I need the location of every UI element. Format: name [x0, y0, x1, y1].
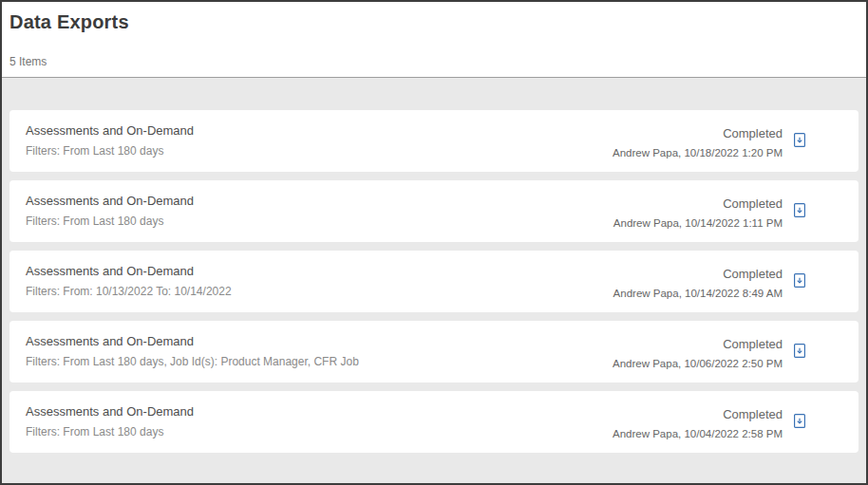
export-meta: Andrew Papa, 10/04/2022 2:58 PM	[613, 428, 783, 439]
export-info: Assessments and On-Demand Filters: From …	[26, 391, 194, 453]
export-filters: Filters: From: 10/13/2022 To: 10/14/2022	[26, 285, 232, 298]
export-list: Assessments and On-Demand Filters: From …	[2, 78, 866, 483]
download-file-icon	[793, 132, 806, 151]
status-badge: Completed	[613, 267, 783, 281]
status-badge: Completed	[613, 126, 783, 140]
download-file-icon	[793, 343, 806, 362]
download-button[interactable]	[791, 200, 808, 223]
export-filters: Filters: From Last 180 days	[26, 144, 194, 158]
export-filters: Filters: From Last 180 days	[26, 425, 194, 438]
download-file-icon	[793, 202, 806, 221]
data-exports-page: Data Exports 5 Items Assessments and On-…	[0, 0, 868, 485]
download-button[interactable]	[791, 341, 808, 364]
export-title: Assessments and On-Demand	[26, 194, 194, 208]
download-button[interactable]	[791, 411, 808, 434]
export-info: Assessments and On-Demand Filters: From:…	[26, 251, 232, 312]
download-file-icon	[793, 272, 806, 291]
download-button[interactable]	[791, 130, 808, 153]
status-block: Completed Andrew Papa, 10/06/2022 2:50 P…	[613, 335, 783, 369]
export-filters: Filters: From Last 180 days, Job Id(s): …	[26, 355, 359, 368]
status-block: Completed Andrew Papa, 10/14/2022 8:49 A…	[613, 265, 783, 299]
export-list-item[interactable]: Assessments and On-Demand Filters: From …	[9, 321, 859, 382]
status-block: Completed Andrew Papa, 10/04/2022 2:58 P…	[613, 405, 783, 439]
export-meta: Andrew Papa, 10/14/2022 1:11 PM	[613, 217, 783, 229]
export-list-item[interactable]: Assessments and On-Demand Filters: From:…	[9, 251, 859, 312]
export-status-area: Completed Andrew Papa, 10/14/2022 1:11 P…	[613, 180, 859, 242]
page-title: Data Exports	[9, 11, 859, 33]
download-button[interactable]	[791, 270, 808, 293]
status-block: Completed Andrew Papa, 10/18/2022 1:20 P…	[613, 124, 783, 159]
export-title: Assessments and On-Demand	[26, 404, 194, 419]
status-block: Completed Andrew Papa, 10/14/2022 1:11 P…	[613, 195, 783, 229]
export-list-item[interactable]: Assessments and On-Demand Filters: From …	[9, 391, 859, 453]
page-header: Data Exports 5 Items	[2, 2, 866, 78]
status-badge: Completed	[613, 196, 783, 211]
export-meta: Andrew Papa, 10/14/2022 8:49 AM	[613, 288, 783, 299]
download-file-icon	[793, 413, 806, 432]
export-title: Assessments and On-Demand	[26, 264, 232, 278]
export-info: Assessments and On-Demand Filters: From …	[26, 321, 359, 382]
export-status-area: Completed Andrew Papa, 10/14/2022 8:49 A…	[613, 251, 859, 312]
export-status-area: Completed Andrew Papa, 10/04/2022 2:58 P…	[613, 391, 859, 453]
export-meta: Andrew Papa, 10/06/2022 2:50 PM	[613, 358, 783, 369]
export-filters: Filters: From Last 180 days	[26, 215, 194, 228]
export-status-area: Completed Andrew Papa, 10/18/2022 1:20 P…	[613, 110, 859, 172]
export-list-item[interactable]: Assessments and On-Demand Filters: From …	[9, 110, 859, 172]
status-badge: Completed	[613, 407, 783, 421]
export-info: Assessments and On-Demand Filters: From …	[26, 110, 194, 172]
export-title: Assessments and On-Demand	[26, 334, 359, 348]
export-status-area: Completed Andrew Papa, 10/06/2022 2:50 P…	[613, 321, 859, 382]
export-info: Assessments and On-Demand Filters: From …	[26, 180, 194, 242]
status-badge: Completed	[613, 337, 783, 351]
export-meta: Andrew Papa, 10/18/2022 1:20 PM	[613, 147, 783, 159]
items-count-label: 5 Items	[9, 55, 859, 77]
export-list-item[interactable]: Assessments and On-Demand Filters: From …	[9, 180, 859, 242]
export-title: Assessments and On-Demand	[26, 123, 194, 138]
